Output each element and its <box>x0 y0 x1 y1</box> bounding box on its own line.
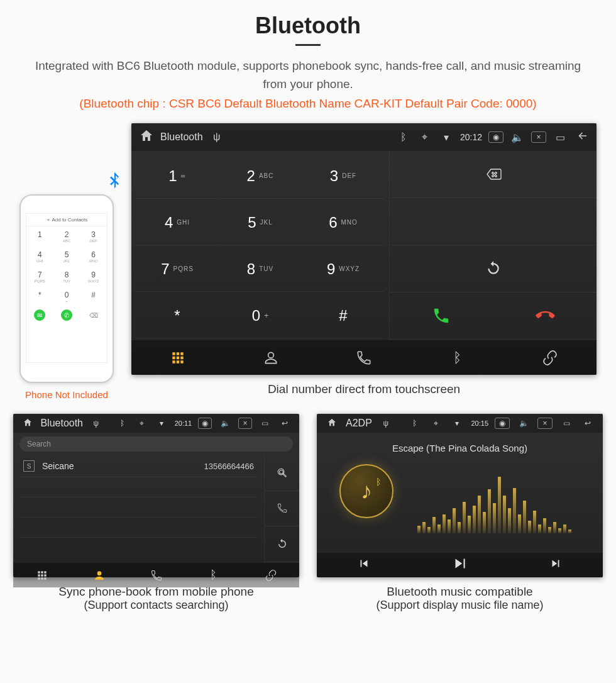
list-item <box>19 518 258 538</box>
contacts-caption-l1: Sync phone-book from mobile phone <box>58 585 254 598</box>
tab-contacts[interactable] <box>224 340 317 375</box>
phone-backspace-icon: ⌫ <box>88 309 99 321</box>
volume-icon[interactable]: 🔈 <box>218 419 231 428</box>
recents-icon[interactable]: ▭ <box>258 419 272 428</box>
dialer-key-2[interactable]: 2ABC <box>219 153 301 199</box>
phone-key[interactable]: * <box>26 287 53 307</box>
eq-bar <box>538 525 541 533</box>
dialer-caption: Dial number direct from touchscreen <box>131 382 597 396</box>
track-title: Escape (The Pina Colada Song) <box>317 443 603 453</box>
tab-bluetooth[interactable]: ᛒ <box>410 340 503 375</box>
phone-key[interactable]: 8TUV <box>53 267 80 287</box>
tab-contacts[interactable] <box>70 563 128 587</box>
close-app-icon[interactable]: × <box>531 131 546 143</box>
phone-key[interactable]: 5JKL <box>53 247 80 267</box>
eq-bar <box>508 508 511 533</box>
contacts-caption-l2: (Support contacts searching) <box>13 599 299 612</box>
phone-key[interactable]: 2ABC <box>53 226 80 247</box>
prev-track-button[interactable] <box>357 557 371 574</box>
tab-keypad[interactable] <box>13 563 70 587</box>
phone-key[interactable]: 9WXYZ <box>80 267 107 287</box>
screenshot-icon[interactable]: ◉ <box>488 131 503 143</box>
recents-icon[interactable]: ▭ <box>553 131 568 143</box>
phone-key[interactable]: 7PQRS <box>26 267 53 287</box>
eq-bar <box>443 514 446 533</box>
screenshot-icon[interactable]: ◉ <box>495 418 510 429</box>
eq-bar <box>543 518 546 533</box>
bluetooth-status-icon: ᛒ <box>407 419 422 428</box>
tab-recent[interactable] <box>128 563 185 587</box>
call-icon[interactable] <box>265 491 299 527</box>
eq-bar <box>518 514 521 533</box>
contacts-app-title: Bluetooth <box>40 418 83 429</box>
contact-row[interactable]: SSeicane13566664466 <box>19 455 258 477</box>
dialer-key-8[interactable]: 8TUV <box>219 247 301 292</box>
phone-top-bar: ＋ Add to Contacts <box>26 214 107 226</box>
dialer-key-6[interactable]: 6MNO <box>302 200 384 245</box>
phone-key[interactable]: # <box>80 287 107 307</box>
phone-mock: ＋ Add to Contacts 12ABC3DEF4GHI5JKL6MNO7… <box>19 194 114 383</box>
close-app-icon[interactable]: × <box>537 418 553 429</box>
phone-key[interactable]: 4GHI <box>26 247 53 267</box>
page-description: Integrated with BC6 Bluetooth module, su… <box>25 57 591 93</box>
search-input[interactable]: Search <box>19 436 293 452</box>
volume-icon[interactable]: 🔈 <box>516 419 531 428</box>
dialer-key-4[interactable]: 4GHI <box>136 200 218 245</box>
dialer-key-7[interactable]: 7PQRS <box>136 247 218 292</box>
home-icon[interactable] <box>21 418 34 430</box>
home-icon[interactable] <box>139 128 154 146</box>
tab-recent[interactable] <box>317 340 410 375</box>
back-icon[interactable]: ↩ <box>278 419 292 428</box>
tab-pair[interactable] <box>242 563 299 587</box>
location-icon: ⌖ <box>428 419 443 428</box>
phone-key[interactable]: 1 <box>26 226 53 247</box>
home-icon[interactable] <box>324 418 339 430</box>
screenshot-icon[interactable]: ◉ <box>198 418 212 429</box>
dialer-key-#[interactable]: # <box>302 293 384 338</box>
eq-bar <box>548 527 551 533</box>
dialer-key-9[interactable]: 9WXYZ <box>302 247 384 292</box>
dialer-key-0[interactable]: 0+ <box>219 293 301 338</box>
play-pause-button[interactable] <box>451 555 468 575</box>
back-icon[interactable] <box>574 130 589 144</box>
page-title: Bluetooth <box>0 0 616 39</box>
list-item <box>19 477 258 497</box>
close-app-icon[interactable]: × <box>238 418 252 429</box>
eq-bar <box>513 488 516 533</box>
add-to-contacts-label: Add to Contacts <box>52 217 87 223</box>
tab-keypad[interactable] <box>131 340 224 375</box>
search-row: Search <box>13 433 299 455</box>
phone-key[interactable]: 3DEF <box>80 226 107 247</box>
eq-bar <box>448 519 451 533</box>
dialer-app-title: Bluetooth <box>160 131 203 143</box>
backspace-button[interactable] <box>390 151 597 198</box>
eq-bar <box>523 501 526 533</box>
phone-column: ＋ Add to Contacts 12ABC3DEF4GHI5JKL6MNO7… <box>19 194 114 400</box>
contacts-statusbar: Bluetooth ψ ᛒ ⌖ ▾ 20:11 ◉ 🔈 × ▭ ↩ <box>13 414 299 433</box>
wifi-icon: ▾ <box>449 419 465 428</box>
eq-bar <box>463 502 466 533</box>
eq-bar <box>473 506 476 533</box>
next-track-button[interactable] <box>549 557 563 574</box>
dialer-key-1[interactable]: 1∞ <box>136 153 218 199</box>
recents-icon[interactable]: ▭ <box>559 419 574 428</box>
volume-icon[interactable]: 🔈 <box>510 131 525 143</box>
dialer-key-3[interactable]: 3DEF <box>302 153 384 199</box>
dialer-key-5[interactable]: 5JKL <box>219 200 301 245</box>
eq-bar <box>533 511 536 533</box>
phone-key[interactable]: 6MNO <box>80 247 107 267</box>
search-icon[interactable] <box>265 455 299 491</box>
tab-bluetooth[interactable]: ᛒ <box>185 563 242 587</box>
call-button[interactable] <box>390 306 493 325</box>
dialer-screen: Bluetooth ψ ᛒ ⌖ ▾ 20:12 ◉ 🔈 × ▭ 1∞2ABC3D… <box>131 123 597 375</box>
wifi-icon: ▾ <box>155 419 168 428</box>
music-statusbar: A2DP ψ ᛒ ⌖ ▾ 20:15 ◉ 🔈 × ▭ ↩ <box>317 414 603 433</box>
music-caption: Bluetooth music compatible (Support disp… <box>317 585 603 612</box>
back-icon[interactable]: ↩ <box>580 419 595 428</box>
music-screen: A2DP ψ ᛒ ⌖ ▾ 20:15 ◉ 🔈 × ▭ ↩ Escape (The… <box>317 414 603 577</box>
dialer-key-*[interactable]: * <box>136 293 218 338</box>
eq-bar <box>453 508 456 533</box>
eq-bar <box>503 496 506 533</box>
phone-key[interactable]: 0+ <box>53 287 80 307</box>
sync-icon[interactable] <box>265 526 299 562</box>
